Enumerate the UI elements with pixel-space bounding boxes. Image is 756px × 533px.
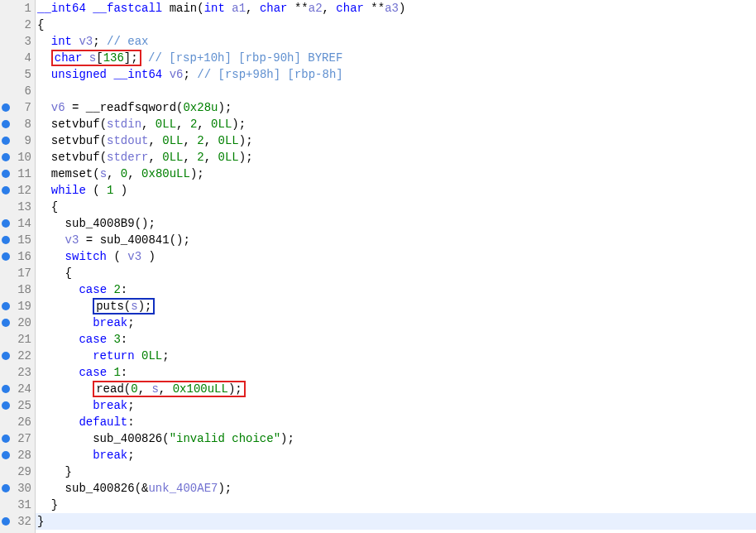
code-line[interactable]: sub_400826("invalid choice"); bbox=[36, 430, 756, 447]
gutter-row[interactable]: 26 bbox=[0, 414, 35, 430]
breakpoint-icon[interactable] bbox=[2, 517, 10, 526]
gutter-row[interactable]: 6 bbox=[0, 83, 35, 99]
breakpoint-icon[interactable] bbox=[2, 385, 10, 393]
code-line[interactable]: while ( 1 ) bbox=[36, 182, 756, 199]
gutter-row[interactable]: 4 bbox=[0, 50, 35, 66]
breakpoint-icon[interactable] bbox=[2, 302, 10, 310]
breakpoint-icon[interactable] bbox=[2, 137, 10, 145]
breakpoint-icon[interactable] bbox=[2, 4, 10, 12]
gutter-row[interactable]: 7 bbox=[0, 99, 35, 116]
line-number: 30 bbox=[13, 482, 31, 495]
code-line[interactable]: break; bbox=[36, 447, 756, 463]
type-keyword: __int64 bbox=[37, 2, 86, 15]
code-line[interactable]: setvbuf(stdout, 0LL, 2, 0LL); bbox=[36, 132, 756, 149]
code-line[interactable]: case 2: bbox=[36, 281, 756, 298]
gutter-row[interactable]: 29 bbox=[0, 463, 35, 480]
breakpoint-icon[interactable] bbox=[2, 170, 10, 178]
code-line[interactable]: case 1: bbox=[36, 364, 756, 381]
breakpoint-icon[interactable] bbox=[2, 236, 10, 244]
code-line[interactable]: break; bbox=[36, 397, 756, 414]
breakpoint-icon[interactable] bbox=[2, 418, 10, 426]
breakpoint-icon[interactable] bbox=[2, 54, 10, 62]
code-line[interactable]: } bbox=[36, 463, 756, 480]
code-line[interactable]: switch ( v3 ) bbox=[36, 248, 756, 265]
gutter-row[interactable]: 28 bbox=[0, 447, 35, 463]
gutter-row[interactable]: 27 bbox=[0, 430, 35, 447]
breakpoint-icon[interactable] bbox=[2, 70, 10, 79]
breakpoint-icon[interactable] bbox=[2, 286, 10, 294]
gutter-row[interactable]: 18 bbox=[0, 281, 35, 298]
gutter-row[interactable]: 3 bbox=[0, 33, 35, 50]
breakpoint-icon[interactable] bbox=[2, 153, 10, 161]
code-line[interactable]: break; bbox=[36, 315, 756, 331]
gutter-row[interactable]: 30 bbox=[0, 480, 35, 497]
code-line[interactable]: default: bbox=[36, 414, 756, 430]
code-line[interactable]: v6 = __readfsqword(0x28u); bbox=[36, 99, 756, 116]
gutter-row[interactable]: 19 bbox=[0, 298, 35, 315]
code-line[interactable]: } bbox=[36, 513, 756, 530]
code-line[interactable]: { bbox=[36, 265, 756, 281]
gutter-row[interactable]: 17 bbox=[0, 265, 35, 281]
breakpoint-icon[interactable] bbox=[2, 87, 10, 95]
gutter-row[interactable]: 14 bbox=[0, 215, 35, 232]
breakpoint-icon[interactable] bbox=[2, 484, 10, 492]
breakpoint-icon[interactable] bbox=[2, 269, 10, 277]
gutter-row[interactable]: 13 bbox=[0, 199, 35, 215]
code-line[interactable]: sub_400826(&unk_400AE7); bbox=[36, 480, 756, 497]
breakpoint-icon[interactable] bbox=[2, 37, 10, 46]
code-line[interactable]: { bbox=[36, 199, 756, 215]
gutter-row[interactable]: 31 bbox=[0, 497, 35, 513]
breakpoint-icon[interactable] bbox=[2, 120, 10, 128]
line-number: 21 bbox=[13, 333, 31, 346]
gutter-row[interactable]: 1 bbox=[0, 0, 35, 17]
gutter-row[interactable]: 10 bbox=[0, 149, 35, 166]
gutter-row[interactable]: 24 bbox=[0, 381, 35, 397]
code-line[interactable]: { bbox=[36, 17, 756, 33]
gutter-row[interactable]: 20 bbox=[0, 315, 35, 331]
code-line[interactable]: puts(s); bbox=[36, 298, 756, 315]
gutter-row[interactable]: 32 bbox=[0, 513, 35, 530]
code-line[interactable]: return 0LL; bbox=[36, 348, 756, 364]
breakpoint-icon[interactable] bbox=[2, 468, 10, 476]
code-line[interactable]: unsigned __int64 v6; // [rsp+98h] [rbp-8… bbox=[36, 66, 756, 83]
gutter-row[interactable]: 12 bbox=[0, 182, 35, 199]
code-line[interactable]: memset(s, 0, 0x80uLL); bbox=[36, 166, 756, 182]
breakpoint-icon[interactable] bbox=[2, 252, 10, 261]
gutter-row[interactable]: 21 bbox=[0, 331, 35, 348]
breakpoint-icon[interactable] bbox=[2, 203, 10, 211]
gutter-row[interactable]: 23 bbox=[0, 364, 35, 381]
code-line[interactable]: read(0, s, 0x100uLL); bbox=[36, 381, 756, 397]
code-line[interactable]: setvbuf(stdin, 0LL, 2, 0LL); bbox=[36, 116, 756, 132]
gutter-row[interactable]: 16 bbox=[0, 248, 35, 265]
code-line[interactable]: v3 = sub_400841(); bbox=[36, 232, 756, 248]
gutter-row[interactable]: 22 bbox=[0, 348, 35, 364]
breakpoint-icon[interactable] bbox=[2, 435, 10, 443]
gutter-row[interactable]: 11 bbox=[0, 166, 35, 182]
code-line[interactable]: case 3: bbox=[36, 331, 756, 348]
breakpoint-icon[interactable] bbox=[2, 368, 10, 377]
code-line[interactable]: int v3; // eax bbox=[36, 33, 756, 50]
gutter-row[interactable]: 15 bbox=[0, 232, 35, 248]
code-line[interactable]: char s[136]; // [rsp+10h] [rbp-90h] BYRE… bbox=[36, 50, 756, 66]
breakpoint-icon[interactable] bbox=[2, 451, 10, 459]
gutter-row[interactable]: 25 bbox=[0, 397, 35, 414]
gutter-row[interactable]: 9 bbox=[0, 132, 35, 149]
code-line[interactable] bbox=[36, 83, 756, 99]
code-line[interactable]: setvbuf(stderr, 0LL, 2, 0LL); bbox=[36, 149, 756, 166]
breakpoint-icon[interactable] bbox=[2, 21, 10, 29]
breakpoint-icon[interactable] bbox=[2, 352, 10, 360]
breakpoint-icon[interactable] bbox=[2, 335, 10, 343]
breakpoint-icon[interactable] bbox=[2, 186, 10, 194]
gutter-row[interactable]: 8 bbox=[0, 116, 35, 132]
gutter-row[interactable]: 5 bbox=[0, 66, 35, 83]
breakpoint-icon[interactable] bbox=[2, 319, 10, 327]
breakpoint-icon[interactable] bbox=[2, 219, 10, 228]
breakpoint-icon[interactable] bbox=[2, 103, 10, 112]
code-line[interactable]: } bbox=[36, 497, 756, 513]
code-line[interactable]: __int64 __fastcall main(int a1, char **a… bbox=[36, 0, 756, 17]
code-area[interactable]: __int64 __fastcall main(int a1, char **a… bbox=[36, 0, 756, 533]
gutter-row[interactable]: 2 bbox=[0, 17, 35, 33]
code-line[interactable]: sub_4008B9(); bbox=[36, 215, 756, 232]
breakpoint-icon[interactable] bbox=[2, 501, 10, 509]
breakpoint-icon[interactable] bbox=[2, 401, 10, 410]
